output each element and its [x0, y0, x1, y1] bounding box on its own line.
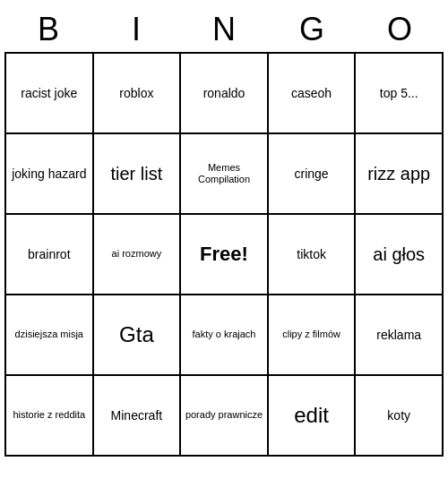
bingo-cell: clipy z filmów: [269, 295, 357, 376]
bingo-cell: reklama: [356, 295, 444, 376]
bingo-cell: ronaldo: [181, 54, 269, 134]
cell-text: Memes Compilation: [185, 162, 263, 185]
bingo-cell: roblox: [94, 54, 182, 134]
bingo-cell: Memes Compilation: [181, 134, 269, 215]
bingo-cell: ai rozmowy: [94, 215, 182, 295]
bingo-cell: fakty o krajach: [181, 295, 269, 376]
cell-text: top 5...: [380, 86, 418, 101]
bingo-cell: rizz app: [356, 134, 444, 215]
bingo-cell: brainrot: [6, 215, 94, 295]
cell-text: caseoh: [291, 86, 332, 101]
bingo-cell: koty: [356, 376, 444, 457]
header-letter: I: [92, 7, 180, 52]
bingo-cell: cringe: [269, 134, 357, 215]
cell-text: racist joke: [21, 86, 77, 101]
bingo-cell: historie z reddita: [6, 376, 94, 457]
cell-text: ronaldo: [203, 86, 246, 101]
bingo-grid: racist jokerobloxronaldocaseohtop 5...jo…: [4, 52, 444, 457]
cell-text: dzisiejsza misja: [15, 329, 83, 340]
bingo-cell: edit: [269, 376, 357, 457]
cell-text: reklama: [376, 328, 421, 343]
header-letter: B: [4, 7, 92, 52]
cell-text: rizz app: [367, 163, 430, 184]
bingo-cell: top 5...: [356, 54, 444, 134]
cell-text: porady prawnicze: [185, 409, 263, 421]
cell-text: Gta: [119, 322, 154, 348]
bingo-container: BINGO racist jokerobloxronaldocaseohtop …: [4, 7, 444, 457]
cell-text: ai rozmowy: [112, 248, 162, 260]
cell-text: fakty o krajach: [193, 329, 256, 340]
cell-text: historie z reddita: [13, 409, 85, 421]
cell-text: cringe: [295, 167, 329, 182]
cell-text: koty: [387, 408, 410, 423]
bingo-cell: joking hazard: [6, 134, 94, 215]
header-letter: N: [180, 7, 268, 52]
cell-text: clipy z filmów: [282, 329, 340, 340]
bingo-cell: Free!: [181, 215, 269, 295]
cell-text: Minecraft: [111, 408, 163, 423]
bingo-cell: caseoh: [269, 54, 357, 134]
cell-text: joking hazard: [12, 167, 86, 182]
bingo-header: BINGO: [4, 7, 444, 52]
header-letter: O: [356, 7, 444, 52]
cell-text: ai głos: [373, 244, 425, 265]
header-letter: G: [268, 7, 356, 52]
cell-text: roblox: [119, 86, 153, 101]
bingo-cell: tiktok: [269, 215, 357, 295]
bingo-cell: porady prawnicze: [181, 376, 269, 457]
cell-text: brainrot: [28, 247, 70, 262]
bingo-cell: ai głos: [356, 215, 444, 295]
bingo-cell: Minecraft: [94, 376, 182, 457]
cell-text: tier list: [110, 163, 162, 184]
bingo-cell: Gta: [94, 295, 182, 376]
cell-text: tiktok: [297, 247, 326, 262]
cell-text: Free!: [200, 243, 248, 266]
bingo-cell: racist joke: [6, 54, 94, 134]
bingo-cell: tier list: [94, 134, 182, 215]
bingo-cell: dzisiejsza misja: [6, 295, 94, 376]
cell-text: edit: [294, 403, 329, 429]
